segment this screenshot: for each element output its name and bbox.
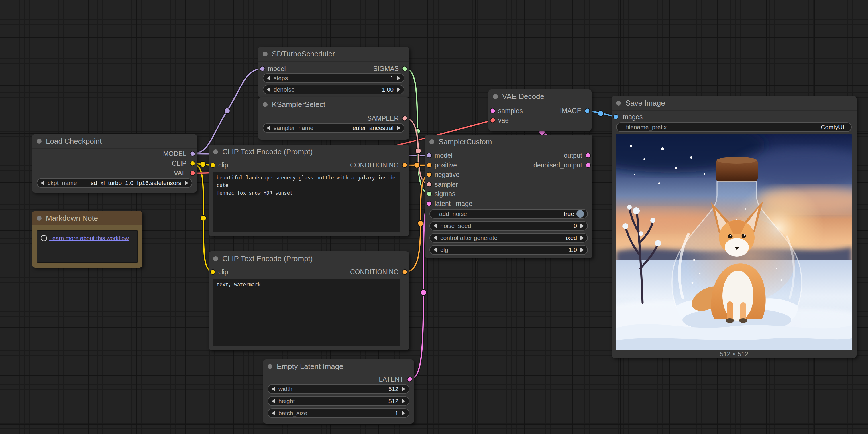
node-header[interactable]: Markdown Note: [32, 211, 143, 225]
output-port-clip[interactable]: [190, 161, 195, 166]
node-header[interactable]: Save Image: [612, 96, 857, 111]
node-load-checkpoint[interactable]: Load Checkpoint MODEL CLIP VAE ckpt_name…: [32, 134, 197, 193]
output-port-sigmas[interactable]: [402, 66, 408, 72]
widget-control-after-generate[interactable]: control after generate fixed: [429, 233, 588, 243]
widget-value: euler_ancestral: [352, 125, 394, 131]
node-empty-latent-image[interactable]: Empty Latent Image LATENT width 512 heig…: [263, 359, 414, 424]
widget-value: 0: [574, 223, 577, 229]
input-port-negative[interactable]: [427, 172, 432, 177]
collapse-dot-icon[interactable]: [263, 52, 268, 57]
prompt-textarea[interactable]: text, watermark: [213, 278, 400, 346]
stepper-left-icon[interactable]: [272, 411, 275, 415]
stepper-right-icon[interactable]: [402, 387, 405, 391]
toggle-knob-icon[interactable]: [577, 210, 584, 218]
stepper-left-icon[interactable]: [267, 126, 270, 130]
widget-add-noise[interactable]: add_noise true: [429, 209, 588, 219]
node-vae-decode[interactable]: VAE Decode samples vae IMAGE: [489, 89, 592, 131]
input-port-sampler[interactable]: [427, 182, 432, 187]
node-header[interactable]: SDTurboScheduler: [258, 47, 409, 62]
fox-bottle-illustration: [616, 134, 852, 350]
input-port-positive[interactable]: [427, 163, 432, 168]
input-port-vae[interactable]: [490, 118, 496, 123]
node-markdown-note[interactable]: Markdown Note Learn more about this work…: [32, 211, 143, 268]
node-header[interactable]: Load Checkpoint: [32, 134, 197, 149]
widget-sampler-name[interactable]: sampler_name euler_ancestral: [263, 123, 404, 133]
widget-ckpt-name[interactable]: ckpt_name sd_xl_turbo_1.0_fp16.safetenso…: [37, 178, 192, 188]
stepper-left-icon[interactable]: [267, 87, 270, 92]
input-port-model[interactable]: [260, 66, 265, 72]
node-graph-canvas[interactable]: SDTurboScheduler model SIGMAS steps 1 de…: [0, 0, 868, 434]
stepper-left-icon[interactable]: [41, 181, 44, 185]
stepper-right-icon[interactable]: [397, 126, 401, 130]
widget-label: height: [278, 398, 295, 404]
widget-width[interactable]: width 512: [268, 384, 409, 394]
stepper-right-icon[interactable]: [185, 181, 188, 185]
node-clip-encode-positive[interactable]: CLIP Text Encode (Prompt) clip CONDITION…: [209, 144, 409, 236]
collapse-dot-icon[interactable]: [268, 364, 273, 369]
widget-denoise[interactable]: denoise 1.00: [263, 85, 404, 95]
workflow-help-link[interactable]: Learn more about this workflow: [49, 235, 129, 242]
stepper-right-icon[interactable]: [397, 87, 401, 92]
collapse-dot-icon[interactable]: [263, 102, 268, 107]
node-header[interactable]: Empty Latent Image: [263, 359, 414, 374]
output-label: output: [564, 152, 582, 160]
stepper-right-icon[interactable]: [397, 76, 401, 80]
widget-height[interactable]: height 512: [268, 396, 409, 406]
input-port-latent-image[interactable]: [427, 201, 432, 206]
output-port-sampler[interactable]: [402, 116, 408, 121]
input-port-samples[interactable]: [490, 108, 496, 114]
node-header[interactable]: SamplerCustom: [425, 135, 592, 149]
collapse-dot-icon[interactable]: [429, 139, 434, 144]
output-port-denoised-output[interactable]: [586, 163, 591, 168]
widget-value: 1: [390, 75, 394, 81]
stepper-right-icon[interactable]: [580, 236, 584, 240]
output-port-latent[interactable]: [407, 377, 412, 382]
output-port-conditioning[interactable]: [402, 163, 408, 168]
stepper-right-icon[interactable]: [402, 399, 405, 403]
input-port-model[interactable]: [427, 153, 432, 158]
input-port-clip[interactable]: [210, 163, 216, 168]
input-port-clip[interactable]: [210, 269, 216, 275]
output-port-conditioning[interactable]: [402, 269, 408, 275]
node-header[interactable]: KSamplerSelect: [258, 97, 409, 112]
output-port-model[interactable]: [190, 151, 195, 157]
widget-value: 1.0: [569, 246, 577, 253]
stepper-left-icon[interactable]: [272, 387, 275, 391]
output-port-vae[interactable]: [190, 171, 195, 176]
stepper-right-icon[interactable]: [580, 247, 584, 252]
node-header[interactable]: VAE Decode: [489, 89, 592, 104]
node-header[interactable]: CLIP Text Encode (Prompt): [209, 144, 409, 160]
collapse-dot-icon[interactable]: [213, 149, 218, 154]
node-header[interactable]: CLIP Text Encode (Prompt): [209, 252, 409, 266]
output-label: CONDITIONING: [350, 162, 399, 169]
stepper-left-icon[interactable]: [433, 224, 437, 228]
stepper-left-icon[interactable]: [433, 247, 437, 252]
node-save-image[interactable]: Save Image images filename_prefix ComfyU…: [612, 96, 857, 358]
widget-batch-size[interactable]: batch_size 1: [268, 408, 409, 418]
stepper-left-icon[interactable]: [267, 76, 270, 80]
widget-noise-seed[interactable]: noise_seed 0: [429, 221, 588, 231]
input-label: clip: [218, 268, 228, 276]
node-clip-encode-negative[interactable]: CLIP Text Encode (Prompt) clip CONDITION…: [209, 252, 409, 350]
prompt-textarea[interactable]: beautiful landscape scenery glass bottle…: [213, 172, 400, 232]
collapse-dot-icon[interactable]: [37, 216, 41, 221]
widget-cfg[interactable]: cfg 1.0: [429, 245, 588, 255]
stepper-right-icon[interactable]: [402, 411, 405, 415]
input-port-images[interactable]: [613, 114, 619, 120]
output-port-output[interactable]: [586, 153, 591, 158]
input-port-sigmas[interactable]: [427, 191, 432, 197]
collapse-dot-icon[interactable]: [213, 256, 218, 261]
node-sampler-custom[interactable]: SamplerCustom model positive negative sa…: [425, 135, 592, 258]
stepper-left-icon[interactable]: [433, 236, 437, 240]
node-ksamplerselect[interactable]: KSamplerSelect SAMPLER sampler_name eule…: [258, 97, 409, 140]
collapse-dot-icon[interactable]: [37, 139, 41, 144]
collapse-dot-icon[interactable]: [616, 101, 621, 106]
widget-filename-prefix[interactable]: filename_prefix ComfyUI: [616, 122, 852, 132]
output-port-image[interactable]: [585, 108, 590, 114]
stepper-right-icon[interactable]: [580, 224, 584, 228]
widget-steps[interactable]: steps 1: [263, 73, 404, 83]
collapse-dot-icon[interactable]: [493, 94, 498, 99]
stepper-left-icon[interactable]: [272, 399, 275, 403]
widget-value: fixed: [564, 234, 577, 241]
node-sdturboscheduler[interactable]: SDTurboScheduler model SIGMAS steps 1 de…: [258, 47, 409, 98]
